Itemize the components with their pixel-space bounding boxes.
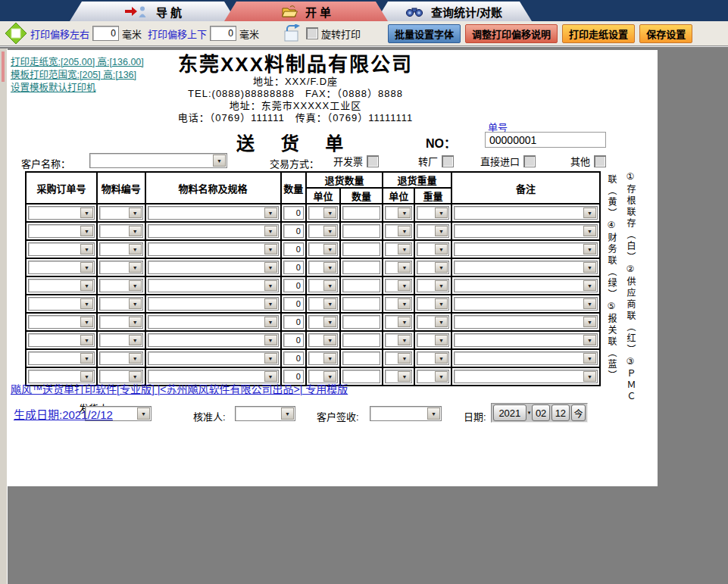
row-combo[interactable] (385, 224, 412, 238)
row-combo[interactable] (308, 242, 338, 256)
row-combo[interactable] (385, 297, 412, 311)
row-combo[interactable] (454, 297, 598, 311)
tab-billing[interactable]: 开 单 (224, 2, 388, 21)
tab-navigation[interactable]: 导 航 (70, 2, 236, 21)
batch-font-button[interactable]: 批量设置字体 (388, 24, 461, 43)
row-combo[interactable] (148, 315, 279, 329)
row-combo[interactable] (385, 370, 412, 383)
row-combo[interactable] (99, 297, 143, 311)
row-combo[interactable] (148, 351, 279, 365)
qty-input[interactable] (283, 351, 304, 365)
return-qty-input[interactable] (342, 206, 380, 220)
return-qty-input[interactable] (342, 297, 380, 311)
customer-sign-combo[interactable] (370, 406, 442, 421)
tab-query-stats[interactable]: 查询统计/对账 (376, 2, 532, 21)
date-today-button[interactable]: 今 (571, 404, 586, 421)
return-qty-input[interactable] (342, 224, 380, 238)
row-combo[interactable] (454, 315, 598, 329)
customer-combo[interactable] (89, 153, 227, 168)
row-combo[interactable] (417, 279, 449, 292)
row-combo[interactable] (28, 261, 95, 274)
return-qty-input[interactable] (342, 261, 380, 274)
row-combo[interactable] (28, 224, 95, 238)
offset-lr-input[interactable] (92, 26, 119, 41)
row-combo[interactable] (308, 315, 338, 329)
qty-input[interactable] (283, 206, 304, 220)
return-qty-input[interactable] (342, 279, 380, 292)
row-combo[interactable] (28, 242, 95, 256)
row-combo[interactable] (385, 333, 412, 347)
row-combo[interactable] (308, 206, 338, 220)
row-combo[interactable] (417, 297, 449, 311)
row-combo[interactable] (28, 315, 95, 329)
row-combo[interactable] (417, 315, 449, 329)
row-combo[interactable] (385, 261, 412, 274)
paper-feed-settings-button[interactable]: 打印走纸设置 (562, 24, 635, 43)
row-combo[interactable] (417, 351, 449, 365)
return-qty-input[interactable] (342, 370, 380, 383)
row-combo[interactable] (417, 206, 449, 220)
row-combo[interactable] (417, 261, 449, 274)
row-combo[interactable] (308, 297, 338, 311)
transfer-checkbox[interactable] (442, 155, 454, 167)
invoice-checkbox[interactable] (367, 155, 379, 167)
return-qty-input[interactable] (342, 315, 380, 329)
row-combo[interactable] (454, 370, 598, 383)
row-combo[interactable] (99, 315, 143, 329)
row-combo[interactable] (28, 333, 95, 347)
date-day-button[interactable]: 12 (551, 404, 570, 421)
row-combo[interactable] (99, 351, 143, 365)
splitter-handle[interactable] (2, 52, 5, 82)
row-combo[interactable] (148, 224, 279, 238)
qty-input[interactable] (283, 297, 304, 311)
other-checkbox[interactable] (594, 155, 606, 167)
qty-input[interactable] (283, 242, 304, 256)
row-combo[interactable] (99, 279, 143, 292)
date-year-button[interactable]: 2021 (493, 404, 526, 421)
row-combo[interactable] (454, 206, 598, 220)
return-qty-input[interactable] (342, 242, 380, 256)
row-combo[interactable] (417, 333, 449, 347)
row-combo[interactable] (454, 224, 598, 238)
qty-input[interactable] (283, 224, 304, 238)
row-combo[interactable] (454, 261, 598, 274)
row-combo[interactable] (28, 279, 95, 292)
row-combo[interactable] (99, 242, 143, 256)
row-combo[interactable] (148, 333, 279, 347)
row-combo[interactable] (148, 206, 279, 220)
row-combo[interactable] (417, 242, 449, 256)
qty-input[interactable] (283, 261, 304, 274)
row-combo[interactable] (417, 370, 449, 383)
row-combo[interactable] (148, 242, 279, 256)
row-combo[interactable] (385, 315, 412, 329)
approver-combo[interactable] (235, 406, 295, 421)
row-combo[interactable] (385, 206, 412, 220)
row-combo[interactable] (28, 297, 95, 311)
date-month-button[interactable]: 02 (532, 404, 550, 421)
row-combo[interactable] (308, 224, 338, 238)
row-combo[interactable] (99, 224, 143, 238)
row-combo[interactable] (454, 333, 598, 347)
row-combo[interactable] (308, 333, 338, 347)
row-combo[interactable] (385, 351, 412, 365)
qty-input[interactable] (283, 315, 304, 329)
offset-tb-input[interactable] (210, 26, 236, 41)
direct-import-checkbox[interactable] (523, 155, 536, 167)
row-combo[interactable] (148, 297, 279, 311)
row-combo[interactable] (385, 242, 412, 256)
qty-input[interactable] (283, 333, 304, 347)
row-combo[interactable] (454, 351, 598, 365)
row-combo[interactable] (308, 279, 338, 292)
row-combo[interactable] (385, 279, 412, 292)
adjust-offset-help-button[interactable]: 调整打印偏移说明 (465, 24, 558, 43)
rotate-print-checkbox[interactable] (306, 27, 318, 39)
row-combo[interactable] (148, 261, 279, 274)
save-settings-button[interactable]: 保存设置 (639, 24, 692, 43)
row-combo[interactable] (454, 279, 598, 292)
row-combo[interactable] (99, 261, 143, 274)
order-no-input[interactable] (485, 132, 606, 148)
row-combo[interactable] (417, 224, 449, 238)
date-dropdown-arrow-icon[interactable]: ▾ (528, 410, 531, 416)
row-combo[interactable] (28, 206, 95, 220)
move-diamond-icon[interactable] (5, 22, 27, 45)
